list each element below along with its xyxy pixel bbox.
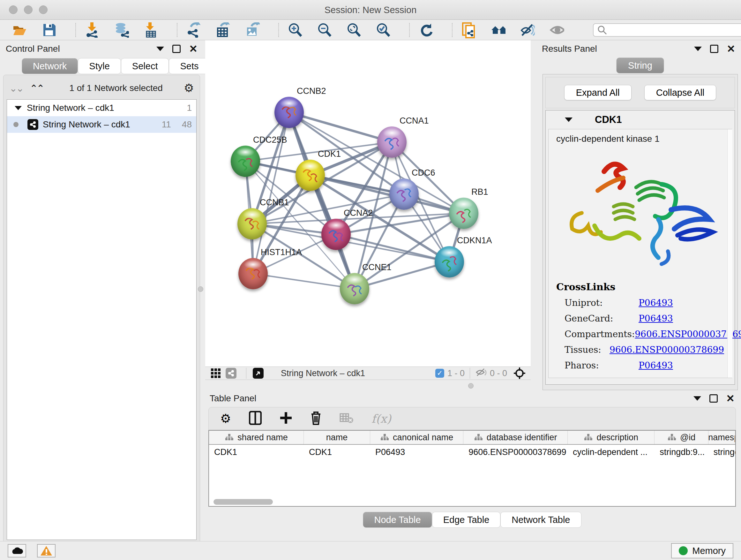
create-column-icon[interactable] xyxy=(280,412,292,426)
bottom-splitter-handle[interactable] xyxy=(468,383,474,388)
collapse-gene-icon[interactable] xyxy=(565,118,572,122)
tab-sets[interactable]: Sets xyxy=(169,58,210,74)
tab-select[interactable]: Select xyxy=(121,58,169,74)
window-controls[interactable] xyxy=(9,5,54,15)
table-cell[interactable]: stringdb xyxy=(709,445,735,459)
network-node-cdc25b[interactable] xyxy=(231,145,260,177)
node-table[interactable]: shared namenamecanonical namedatabase id… xyxy=(208,430,736,507)
network-node-ccnb2[interactable] xyxy=(274,97,304,128)
crosslink-link[interactable]: P06493 xyxy=(638,313,673,324)
network-node-ccnb1[interactable] xyxy=(238,208,267,240)
expand-all-networks-icon[interactable]: ⌄⌄ xyxy=(9,83,23,94)
network-node-ccne1[interactable] xyxy=(340,273,369,304)
expand-all-button[interactable]: Expand All xyxy=(564,85,631,100)
close-table-panel-icon[interactable]: ✕ xyxy=(726,392,735,405)
column-header--id[interactable]: @id xyxy=(655,431,708,444)
crosslink-link[interactable]: 9606.ENSP00000378699 xyxy=(610,345,724,355)
memory-button[interactable]: Memory xyxy=(671,543,733,558)
copy-style-icon[interactable] xyxy=(461,23,476,37)
zoom-out-icon[interactable] xyxy=(317,23,332,37)
minimize-window-button[interactable] xyxy=(24,5,32,14)
zoom-fit-icon[interactable] xyxy=(347,23,361,37)
search-input[interactable] xyxy=(607,25,741,35)
close-results-panel-icon[interactable]: ✕ xyxy=(727,43,735,55)
network-row-selected[interactable]: String Network – cdk1 11 48 xyxy=(7,116,196,133)
export-network-icon[interactable] xyxy=(186,23,201,37)
search-box[interactable] xyxy=(593,23,741,37)
tab-edge-table[interactable]: Edge Table xyxy=(432,512,501,528)
selected-indicator-checkbox[interactable]: ✓ xyxy=(435,369,444,378)
network-node-cdc6[interactable] xyxy=(389,179,419,210)
network-node-hist1h1a[interactable] xyxy=(239,258,268,289)
network-collection-row[interactable]: String Network – cdk1 1 xyxy=(7,100,196,116)
show-columns-icon[interactable] xyxy=(249,411,262,426)
column-header-canonical-name[interactable]: canonical name xyxy=(370,431,463,444)
float-results-panel-icon[interactable] xyxy=(694,47,702,51)
column-header-database-identifier[interactable]: database identifier xyxy=(463,431,568,444)
table-cell[interactable]: cyclin-dependent ... xyxy=(568,445,655,459)
save-session-icon[interactable] xyxy=(42,23,57,37)
table-row[interactable]: CDK1CDK1P064939606.ENSP00000378699cyclin… xyxy=(209,445,735,459)
crosslink-link[interactable]: P06493 xyxy=(638,298,673,308)
network-view-canvas[interactable]: CCNB2CCNA1CDC25BCDK1CDC6RB1CCNB1CCNA2CDK… xyxy=(205,40,531,367)
network-node-rb1[interactable] xyxy=(449,198,478,229)
import-table-file-icon[interactable] xyxy=(144,23,158,37)
float-panel-icon[interactable] xyxy=(156,47,164,51)
column-header-namespac[interactable]: namespac xyxy=(709,431,735,444)
network-node-ccna2[interactable] xyxy=(321,219,351,250)
table-options-gear-icon[interactable]: ⚙ xyxy=(220,412,231,426)
protein-thumbnail xyxy=(449,198,478,229)
string-view-icon[interactable] xyxy=(226,368,237,379)
show-graphics-details-icon[interactable] xyxy=(549,23,564,37)
tab-style[interactable]: Style xyxy=(78,58,121,74)
tab-network[interactable]: Network xyxy=(22,58,78,74)
export-view-icon[interactable] xyxy=(253,368,264,379)
float-table-panel-icon[interactable] xyxy=(693,396,701,401)
export-image-icon[interactable] xyxy=(245,23,260,37)
close-panel-icon[interactable]: ✕ xyxy=(189,43,198,55)
table-horizontal-scrollbar[interactable] xyxy=(213,499,273,505)
close-window-button[interactable] xyxy=(9,5,17,14)
refresh-layout-icon[interactable] xyxy=(419,23,433,37)
tab-string[interactable]: String xyxy=(616,57,664,73)
export-table-icon[interactable] xyxy=(216,23,230,37)
delete-column-icon[interactable] xyxy=(310,411,322,426)
cloud-button[interactable] xyxy=(8,544,26,557)
fit-content-crosshair-icon[interactable] xyxy=(512,366,527,381)
zoom-in-icon[interactable] xyxy=(288,23,302,37)
column-header-description[interactable]: description xyxy=(568,431,655,444)
birds-eye-view-icon[interactable] xyxy=(208,366,223,381)
table-cell[interactable]: 9606.ENSP00000378699 xyxy=(463,445,568,459)
hide-unhide-icon[interactable] xyxy=(520,23,535,37)
network-node-cdkn1a[interactable] xyxy=(434,246,464,277)
collapse-all-button[interactable]: Collapse All xyxy=(644,85,717,100)
crosslink-link[interactable]: 9606.ENSP00000378699 xyxy=(635,329,741,339)
results-scrollbar[interactable] xyxy=(727,129,732,378)
open-session-icon[interactable] xyxy=(13,23,27,37)
collapse-collection-icon[interactable] xyxy=(15,106,22,110)
table-cell[interactable]: P06493 xyxy=(370,445,463,459)
column-header-shared-name[interactable]: shared name xyxy=(209,431,304,444)
crosslink-link[interactable]: P06493 xyxy=(638,360,673,371)
table-cell[interactable]: CDK1 xyxy=(304,445,370,459)
column-header-name[interactable]: name xyxy=(304,431,370,444)
network-node-ccna1[interactable] xyxy=(377,126,407,158)
left-splitter-handle[interactable] xyxy=(198,287,203,292)
table-cell[interactable]: stringdb:9... xyxy=(655,445,708,459)
network-options-gear-icon[interactable]: ⚙ xyxy=(184,81,194,95)
maximize-results-panel-icon[interactable] xyxy=(710,45,718,53)
zoom-window-button[interactable] xyxy=(39,5,48,14)
maximize-table-panel-icon[interactable] xyxy=(710,394,718,402)
network-node-cdk1[interactable] xyxy=(295,160,325,191)
maximize-panel-icon[interactable] xyxy=(172,45,181,53)
tab-node-table[interactable]: Node Table xyxy=(363,512,432,528)
collapse-all-networks-icon[interactable]: ⌃⌃ xyxy=(30,83,43,94)
node-label-ccna1: CCNA1 xyxy=(400,116,429,126)
import-network-file-icon[interactable] xyxy=(85,23,99,37)
import-network-database-icon[interactable] xyxy=(114,23,129,37)
warning-button[interactable] xyxy=(37,544,56,557)
zoom-selected-icon[interactable] xyxy=(376,23,391,37)
table-cell[interactable]: CDK1 xyxy=(209,445,304,459)
string-home-icon[interactable] xyxy=(491,23,506,37)
tab-network-table[interactable]: Network Table xyxy=(500,512,581,528)
